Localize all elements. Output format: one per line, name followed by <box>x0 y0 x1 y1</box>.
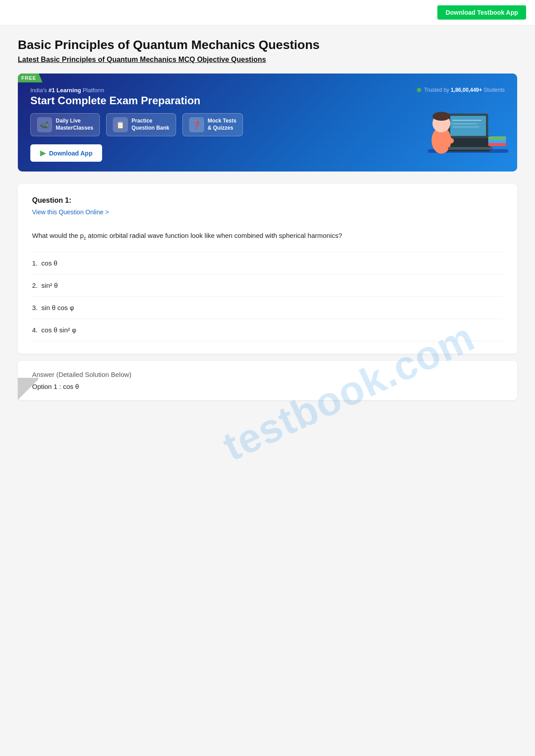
banner-left: India's #1 Learning Platform Start Compl… <box>30 87 417 162</box>
subscript-z: z <box>84 236 86 241</box>
top-bar: Download Testbook App <box>0 0 535 25</box>
main-content: Basic Principles of Quantum Mechanics Qu… <box>0 25 535 418</box>
option-4: 4. cos θ sin² φ <box>32 319 503 341</box>
daily-live-label: Daily LiveMasterClasses <box>56 118 93 131</box>
answer-label: Answer (Detailed Solution Below) <box>32 371 503 378</box>
answer-detail-text: (Detailed Solution Below) <box>56 371 131 378</box>
options-list: 1. cos θ 2. sin² θ 3. sin θ cos φ 4. cos… <box>32 252 503 341</box>
svg-rect-11 <box>488 143 506 146</box>
practice-qb-label: PracticeQuestion Bank <box>132 118 169 131</box>
view-online-link[interactable]: View this Question Online > <box>32 208 109 216</box>
answer-value: Option 1 : cos θ <box>32 383 503 390</box>
free-badge: FREE <box>18 74 42 82</box>
page-title: Basic Principles of Quantum Mechanics Qu… <box>18 38 517 52</box>
svg-rect-14 <box>448 147 493 150</box>
fold-corner <box>18 378 40 400</box>
question-card: Question 1: View this Question Online > … <box>18 184 517 354</box>
play-icon: ▶ <box>40 149 45 157</box>
question-number: Question 1: <box>32 196 503 204</box>
svg-rect-3 <box>450 116 486 136</box>
answer-section: Answer (Detailed Solution Below) Option … <box>18 361 517 400</box>
banner-features: 📹 Daily LiveMasterClasses 📋 PracticeQues… <box>30 113 417 136</box>
question-text: What would the pz atomic orbital radial … <box>32 230 503 242</box>
svg-rect-12 <box>488 139 506 143</box>
daily-live-icon: 📹 <box>37 117 52 132</box>
banner-tagline: India's #1 Learning Platform <box>30 87 417 94</box>
feature-practice-qb[interactable]: 📋 PracticeQuestion Bank <box>106 113 176 136</box>
option-3: 3. sin θ cos φ <box>32 297 503 319</box>
promo-banner: FREE India's #1 Learning Platform Start … <box>18 74 517 172</box>
student-illustration <box>415 87 517 172</box>
svg-rect-10 <box>432 138 454 143</box>
option-1: 1. cos θ <box>32 252 503 274</box>
mock-tests-label: Mock Tests& Quizzes <box>208 118 236 131</box>
option-2: 2. sin² θ <box>32 274 503 297</box>
svg-point-9 <box>432 112 450 121</box>
student-illustration-area <box>401 82 517 172</box>
download-testbook-btn[interactable]: Download Testbook App <box>437 5 526 20</box>
svg-rect-13 <box>488 136 506 140</box>
feature-daily-live[interactable]: 📹 Daily LiveMasterClasses <box>30 113 100 136</box>
page-subtitle: Latest Basic Principles of Quantum Mecha… <box>18 56 517 64</box>
download-app-label: Download App <box>49 150 92 157</box>
mock-tests-icon: ❓ <box>189 117 204 132</box>
feature-mock-tests[interactable]: ❓ Mock Tests& Quizzes <box>182 113 243 136</box>
practice-qb-icon: 📋 <box>113 117 128 132</box>
download-app-button[interactable]: ▶ Download App <box>30 144 102 162</box>
banner-heading: Start Complete Exam Preparation <box>30 94 417 107</box>
